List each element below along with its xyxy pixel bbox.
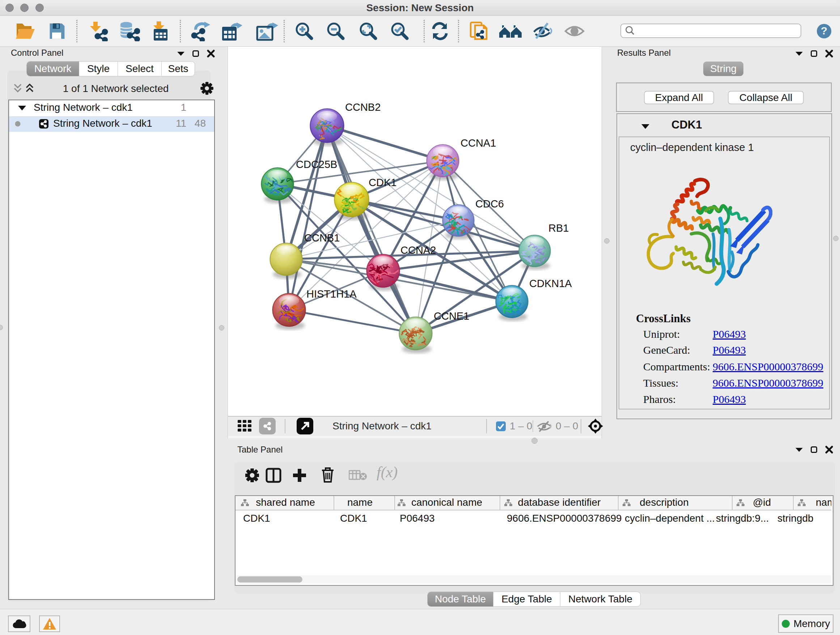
svg-text:HIST1H1A: HIST1H1A bbox=[306, 288, 357, 300]
svg-text:CCNE1: CCNE1 bbox=[434, 310, 469, 322]
svg-text:CDC6: CDC6 bbox=[475, 198, 504, 210]
svg-text:CCNB1: CCNB1 bbox=[304, 232, 340, 244]
svg-text:CDK1: CDK1 bbox=[369, 177, 396, 188]
svg-text:CCNB2: CCNB2 bbox=[345, 101, 381, 113]
svg-text:CCNA1: CCNA1 bbox=[461, 137, 496, 149]
svg-text:?: ? bbox=[821, 25, 827, 36]
svg-text:CDC25B: CDC25B bbox=[296, 158, 337, 170]
svg-text:CDKN1A: CDKN1A bbox=[529, 278, 572, 289]
svg-text:CCNA2: CCNA2 bbox=[401, 244, 436, 256]
svg-text:RB1: RB1 bbox=[548, 222, 569, 234]
